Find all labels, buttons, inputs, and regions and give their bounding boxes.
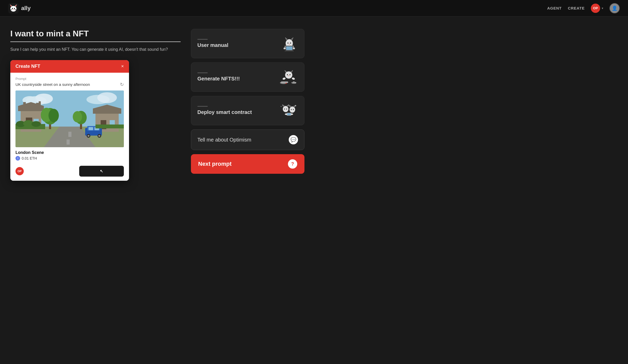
nft-image — [15, 90, 124, 147]
svg-text:✦: ✦ — [295, 105, 297, 107]
svg-rect-66 — [286, 46, 292, 50]
next-prompt-button[interactable]: Next prompt ? — [191, 154, 304, 174]
svg-point-81 — [286, 83, 287, 84]
svg-rect-29 — [39, 101, 41, 107]
nft-modal-title: Create NFT — [15, 64, 40, 69]
nft-modal-header: Create NFT × — [10, 60, 129, 73]
tell-me-label: Tell me about Optimism — [197, 137, 251, 143]
refresh-icon[interactable]: ↻ — [120, 82, 124, 87]
svg-rect-99 — [287, 113, 291, 115]
svg-point-18 — [97, 92, 117, 103]
svg-point-83 — [295, 82, 296, 83]
user-manual-label: User manual — [197, 42, 279, 48]
header-nav: AGENT CREATE OP ▾ 👤 — [547, 3, 620, 13]
svg-point-59 — [287, 43, 288, 44]
svg-point-77 — [292, 77, 295, 80]
svg-point-52 — [31, 121, 41, 127]
svg-rect-28 — [36, 103, 39, 107]
svg-point-90 — [286, 109, 287, 110]
nft-modal-body: Prompt UK countryside street on a sunny … — [10, 73, 129, 163]
svg-rect-22 — [67, 139, 70, 145]
card-line-3 — [197, 106, 208, 107]
svg-text:✦: ✦ — [280, 106, 282, 107]
nft-price-value: 0.01 ETH — [22, 156, 37, 160]
svg-point-1 — [10, 6, 17, 12]
card-line — [197, 39, 208, 40]
deploy-contract-label: Deploy smart contract — [197, 109, 279, 115]
svg-point-84 — [283, 106, 288, 112]
deploy-contract-content: Deploy smart contract — [197, 106, 279, 115]
cat-deploy-icon: ✦ ✦ — [279, 101, 298, 120]
main-layout: I want to mint a NFT Sure I can help you… — [0, 16, 628, 364]
prompt-value: UK countryside street on a sunny afterno… — [15, 82, 90, 87]
user-manual-card[interactable]: User manual — [191, 29, 304, 58]
op-group: OP ▾ — [591, 4, 603, 13]
nft-modal-footer: OP ↖ — [10, 163, 129, 181]
svg-rect-80 — [281, 81, 288, 83]
svg-rect-33 — [110, 120, 115, 125]
eth-icon: Ξ — [15, 156, 20, 161]
cursor-icon: ↖ — [100, 169, 103, 173]
svg-point-97 — [293, 109, 294, 110]
svg-point-74 — [289, 74, 291, 75]
svg-rect-67 — [285, 51, 294, 51]
question-mark-icon: ? — [288, 159, 297, 169]
deploy-contract-card[interactable]: Deploy smart contract — [191, 96, 304, 125]
svg-point-15 — [35, 94, 53, 104]
svg-point-100 — [285, 113, 287, 115]
svg-point-48 — [98, 135, 100, 137]
svg-rect-27 — [23, 102, 26, 107]
nft-modal: Create NFT × Prompt UK countryside stree… — [10, 60, 129, 181]
svg-rect-43 — [88, 127, 93, 130]
svg-point-61 — [289, 44, 290, 44]
generate-nfts-content: Generate NFTS!!! — [197, 72, 279, 82]
speech-bubble-icon: 💬 — [289, 135, 298, 144]
svg-point-75 — [288, 76, 289, 76]
logo-text: ally — [21, 5, 31, 12]
cat-manual-icon — [279, 34, 298, 53]
svg-point-7 — [14, 8, 15, 9]
nav-create[interactable]: CREATE — [568, 6, 585, 10]
logo-icon — [8, 3, 19, 13]
prompt-row: UK countryside street on a sunny afterno… — [15, 82, 124, 87]
nav-agent[interactable]: AGENT — [547, 6, 562, 10]
nft-name: London Scene — [15, 150, 124, 155]
nft-close-button[interactable]: × — [121, 64, 124, 69]
svg-point-68 — [285, 71, 292, 79]
svg-point-89 — [284, 109, 285, 110]
svg-point-96 — [291, 109, 292, 110]
nft-op-badge: OP — [15, 167, 24, 175]
generate-nfts-label: Generate NFTS!!! — [197, 76, 279, 82]
op-badge[interactable]: OP — [591, 4, 600, 13]
card-line-2 — [197, 72, 208, 73]
svg-rect-21 — [68, 132, 71, 137]
logo[interactable]: ally — [8, 3, 31, 13]
svg-point-91 — [289, 106, 295, 113]
svg-point-60 — [290, 43, 291, 44]
page-title: I want to mint a NFT — [10, 29, 181, 42]
tell-me-card[interactable]: Tell me about Optimism 💬 — [191, 129, 304, 150]
nft-price: Ξ 0.01 ETH — [15, 156, 124, 161]
svg-point-37 — [49, 109, 59, 122]
nft-mint-button[interactable]: ↖ — [79, 166, 124, 177]
avatar[interactable]: 👤 — [609, 3, 620, 13]
chevron-down-icon[interactable]: ▾ — [602, 6, 603, 10]
svg-point-76 — [282, 77, 286, 80]
header: ally AGENT CREATE OP ▾ 👤 — [0, 0, 628, 16]
svg-point-40 — [73, 111, 82, 122]
left-panel: I want to mint a NFT Sure I can help you… — [10, 29, 191, 352]
cat-nft-icon — [279, 68, 298, 86]
svg-rect-53 — [95, 125, 124, 128]
response-text: Sure I can help you mint an NFT. You can… — [10, 46, 181, 53]
next-prompt-label: Next prompt — [198, 161, 232, 167]
user-manual-content: User manual — [197, 39, 279, 48]
prompt-label: Prompt — [15, 77, 124, 81]
svg-point-46 — [87, 135, 90, 137]
right-panel: User manual — [191, 29, 304, 352]
svg-point-82 — [293, 81, 294, 82]
svg-point-8 — [13, 9, 14, 10]
generate-nfts-card[interactable]: Generate NFTS!!! — [191, 62, 304, 92]
svg-point-101 — [291, 113, 293, 115]
nft-info: London Scene Ξ 0.01 ETH — [15, 147, 124, 163]
svg-point-6 — [12, 8, 13, 9]
